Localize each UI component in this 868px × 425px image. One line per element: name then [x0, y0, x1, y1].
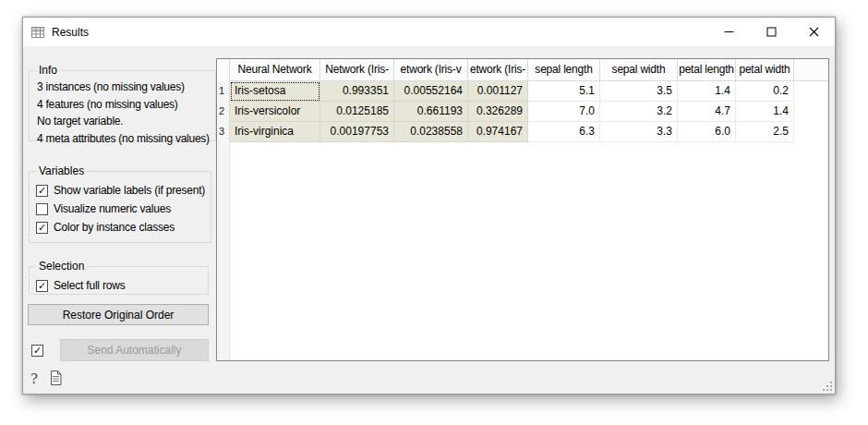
table-cell[interactable]: 0.326289: [468, 102, 528, 122]
table-cell[interactable]: 0.974167: [468, 122, 528, 142]
column-header[interactable]: Network (Iris-: [320, 59, 394, 81]
maximize-button[interactable]: [750, 18, 792, 46]
resize-grip[interactable]: [822, 381, 833, 392]
variables-group-title: Variables: [36, 164, 87, 177]
info-group-title: Info: [36, 64, 60, 77]
header-filler: [794, 59, 828, 81]
table-cell[interactable]: 3.2: [600, 102, 678, 122]
column-header[interactable]: sepal width: [600, 59, 678, 81]
checkbox-option[interactable]: Visualize numeric values: [36, 202, 205, 215]
column-header[interactable]: petal length: [678, 59, 736, 81]
table-cell[interactable]: 1.4: [678, 81, 736, 102]
column-header[interactable]: sepal length: [528, 59, 600, 81]
checkbox-checked[interactable]: ✓: [36, 280, 48, 292]
variables-group: Variables ✓Show variable labels (if pres…: [29, 164, 211, 243]
status-bar: ?: [30, 370, 62, 388]
help-icon[interactable]: ?: [30, 370, 38, 387]
selection-group-title: Selection: [36, 260, 87, 273]
table-cell[interactable]: Iris-versicolor: [230, 102, 320, 122]
table-cell[interactable]: 3.5: [600, 81, 678, 102]
row-header-strip: [217, 142, 230, 360]
data-table: Neural NetworkNetwork (Iris-etwork (Iris…: [216, 58, 829, 361]
column-header[interactable]: etwork (Iris-: [468, 59, 528, 81]
info-line: 4 meta attributes (no missing values): [35, 130, 210, 148]
checkbox-option[interactable]: ✓Color by instance classes: [36, 221, 205, 234]
send-automatically-button[interactable]: Send Automatically: [60, 339, 209, 361]
table-cell[interactable]: 2.5: [736, 122, 794, 142]
column-header[interactable]: petal width: [736, 59, 794, 81]
info-line: No target variable.: [35, 113, 210, 130]
selection-options: ✓Select full rows: [35, 279, 202, 292]
minimize-icon: [724, 27, 734, 37]
checkbox-unchecked[interactable]: [36, 203, 48, 215]
table-row: 3Iris-virginica0.001977530.02385580.9741…: [217, 122, 828, 142]
checkbox-label: Color by instance classes: [54, 221, 175, 234]
table-cell[interactable]: 0.661193: [394, 102, 468, 122]
selection-group: Selection ✓Select full rows: [29, 260, 209, 295]
table-body: 1Iris-setosa0.9933510.005521640.0011275.…: [217, 81, 828, 142]
row-number[interactable]: 1: [217, 81, 230, 102]
table-cell[interactable]: 4.7: [678, 102, 736, 122]
checkbox-option[interactable]: ✓Show variable labels (if present): [36, 184, 205, 197]
table-cell[interactable]: 5.1: [528, 81, 600, 102]
checkbox-label: Show variable labels (if present): [54, 184, 205, 197]
table-header-row: Neural NetworkNetwork (Iris-etwork (Iris…: [217, 59, 828, 81]
checkbox-checked[interactable]: ✓: [36, 185, 48, 197]
info-line: 4 features (no missing values): [35, 96, 210, 114]
table-cell[interactable]: 6.3: [528, 122, 600, 142]
restore-original-order-button[interactable]: Restore Original Order: [28, 304, 209, 325]
send-automatically-checkbox[interactable]: ✓: [31, 345, 43, 357]
variables-options: ✓Show variable labels (if present)Visual…: [35, 184, 205, 234]
column-header[interactable]: Neural Network: [230, 59, 320, 81]
maximize-icon: [766, 27, 777, 37]
table-cell[interactable]: 0.00197753: [320, 122, 394, 142]
table-cell[interactable]: 1.4: [736, 102, 794, 122]
table-cell[interactable]: 0.2: [736, 81, 794, 102]
checkbox-checked[interactable]: ✓: [36, 222, 48, 234]
window-title: Results: [52, 26, 89, 39]
info-line: 3 instances (no missing values): [35, 79, 210, 96]
table-cell[interactable]: Iris-setosa: [230, 81, 320, 102]
column-header[interactable]: etwork (Iris-v: [394, 59, 468, 81]
info-lines: 3 instances (no missing values)4 feature…: [35, 79, 210, 147]
row-number-header: [217, 59, 230, 81]
close-button[interactable]: [792, 18, 835, 46]
table-cell[interactable]: 7.0: [528, 102, 600, 122]
row-number[interactable]: 2: [217, 102, 230, 122]
table-row: 1Iris-setosa0.9933510.005521640.0011275.…: [217, 81, 828, 102]
checkbox-label: Visualize numeric values: [54, 202, 171, 215]
row-number[interactable]: 3: [217, 122, 230, 142]
table-cell[interactable]: Iris-virginica: [230, 122, 320, 142]
table-row: 2Iris-versicolor0.01251850.6611930.32628…: [217, 102, 828, 122]
checkbox-option[interactable]: ✓Select full rows: [36, 279, 202, 292]
checkbox-label: Select full rows: [54, 279, 126, 292]
table-cell[interactable]: 0.993351: [320, 81, 394, 102]
table-cell[interactable]: 0.001127: [468, 81, 528, 102]
info-group: Info 3 instances (no missing values)4 fe…: [29, 64, 216, 141]
report-icon[interactable]: [50, 370, 62, 388]
table-cell[interactable]: 0.0125185: [320, 102, 394, 122]
title-bar: Results: [23, 18, 835, 46]
table-cell[interactable]: 0.0238558: [394, 122, 468, 142]
table-cell[interactable]: 0.00552164: [394, 81, 468, 102]
table-icon: [31, 26, 44, 39]
table-cell[interactable]: 6.0: [678, 122, 736, 142]
results-window: Results Info 3 instances (no missing val…: [22, 17, 836, 395]
table-cell[interactable]: 3.3: [600, 122, 678, 142]
minimize-button[interactable]: [707, 18, 750, 46]
window-controls: [707, 18, 835, 46]
close-icon: [809, 27, 819, 37]
send-automatically-row: ✓ Send Automatically: [31, 339, 209, 361]
